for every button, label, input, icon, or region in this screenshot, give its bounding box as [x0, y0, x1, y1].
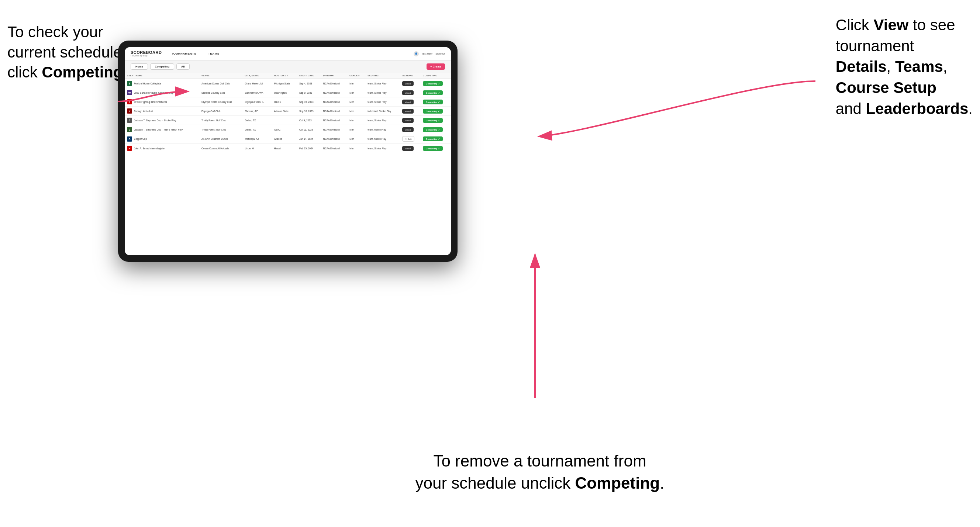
competing-badge[interactable]: Competing ✓ — [423, 81, 443, 86]
event-name-cell: Y Papago Individual — [125, 106, 199, 116]
division-cell: NCAA Division I — [321, 134, 348, 144]
nav-teams[interactable]: TEAMS — [206, 51, 222, 57]
scoring-cell: individual, Stroke Play — [365, 106, 400, 116]
col-scoring: SCORING — [365, 73, 400, 79]
col-city-state: CITY, STATE — [242, 73, 272, 79]
scoring-cell: team, Stroke Play — [365, 88, 400, 97]
competing-badge[interactable]: Competing ✓ — [423, 137, 443, 141]
col-gender: GENDER — [347, 73, 365, 79]
city-state-cell: Olympia Fields, IL — [242, 97, 272, 106]
sign-out-link[interactable]: Sign out — [435, 52, 445, 55]
gender-cell: Men — [347, 116, 365, 125]
gender-cell: Men — [347, 144, 365, 153]
tournaments-table-container: EVENT NAME VENUE CITY, STATE HOSTED BY S… — [125, 73, 451, 255]
actions-cell: View ℹ — [400, 97, 421, 106]
view-button[interactable]: View ℹ — [402, 81, 414, 86]
scoring-cell: team, Match Play — [365, 134, 400, 144]
col-hosted-by: HOSTED BY — [272, 73, 297, 79]
annotation-top-left: To check your current schedule, click Co… — [7, 22, 127, 83]
gender-cell: Men — [347, 88, 365, 97]
view-button[interactable]: View ℹ — [402, 109, 414, 114]
gender-cell: Men — [347, 97, 365, 106]
all-filter-btn[interactable]: All — [177, 63, 190, 70]
table-row: S Folds of Honor Collegiate American Dun… — [125, 79, 451, 88]
hosted-by-cell: Michigan State — [272, 79, 297, 88]
annotation-bottom: To remove a tournament from your schedul… — [415, 450, 665, 494]
competing-cell: Competing ✓ — [421, 106, 451, 116]
venue-cell: Ak-Chin Southern Dunes — [199, 134, 242, 144]
event-name: 2023 Sahalee Players Championship — [134, 92, 173, 94]
start-date-cell: Oct 11, 2023 — [297, 125, 321, 134]
competing-badge[interactable]: Competing ✓ — [423, 127, 443, 132]
col-start-date: START DATE — [297, 73, 321, 79]
city-state-cell: Sammamish, WA — [242, 88, 272, 97]
event-name-cell: J Jackson T. Stephens Cup – Stroke Play — [125, 116, 199, 125]
create-button[interactable]: + Create — [426, 63, 445, 70]
competing-cell: Competing ✓ — [421, 97, 451, 106]
hosted-by-cell: Hawaii — [272, 144, 297, 153]
edit-button[interactable]: ✏ Edit — [402, 136, 414, 141]
scoring-cell: team, Stroke Play — [365, 97, 400, 106]
event-name-cell: I OFCC Fighting Illini Invitational — [125, 97, 199, 106]
table-row: J Jackson T. Stephens Cup – Stroke Play … — [125, 116, 451, 125]
start-date-cell: Oct 9, 2023 — [297, 116, 321, 125]
competing-badge[interactable]: Competing ✓ — [423, 146, 443, 151]
competing-cell: Competing ✓ — [421, 134, 451, 144]
event-name: Jackson T. Stephens Cup – Stroke Play — [134, 119, 176, 122]
col-actions: ACTIONS — [400, 73, 421, 79]
start-date-cell: Sep 18, 2023 — [297, 106, 321, 116]
event-name: OFCC Fighting Illini Invitational — [134, 101, 167, 103]
home-filter-btn[interactable]: Home — [130, 63, 148, 70]
city-state-cell: Dallas, TX — [242, 125, 272, 134]
gender-cell: Men — [347, 79, 365, 88]
view-button[interactable]: View ℹ — [402, 146, 414, 151]
scoring-cell: team, Stroke Play — [365, 79, 400, 88]
division-cell: NCAA Division I — [321, 97, 348, 106]
hosted-by-cell: Arizona — [272, 134, 297, 144]
brand-title: SCOREBOARD — [130, 51, 162, 55]
navbar: SCOREBOARD Powered by clipp TOURNAMENTS … — [125, 47, 451, 60]
gender-cell: Men — [347, 134, 365, 144]
venue-cell: Ocean Course At Hokuala — [199, 144, 242, 153]
nav-tournaments[interactable]: TOURNAMENTS — [169, 51, 199, 57]
competing-badge[interactable]: Competing ✓ — [423, 100, 443, 104]
view-button[interactable]: View ℹ — [402, 90, 414, 95]
event-name: Folds of Honor Collegiate — [134, 82, 161, 85]
actions-cell: View ℹ — [400, 125, 421, 134]
event-name: Jackson T. Stephens Cup – Men's Match Pl… — [134, 129, 183, 131]
view-button[interactable]: View ℹ — [402, 118, 414, 123]
table-row: H John A. Burns Intercollegiate Ocean Co… — [125, 144, 451, 153]
city-state-cell: Grand Haven, MI — [242, 79, 272, 88]
event-name-cell: A Copper Cup — [125, 134, 199, 144]
competing-badge[interactable]: Competing ✓ — [423, 90, 443, 95]
table-row: Y Papago Individual Papago Golf ClubPhoe… — [125, 106, 451, 116]
view-button[interactable]: View ℹ — [402, 100, 414, 104]
scoring-cell: team, Stroke Play — [365, 144, 400, 153]
scoring-cell: team, Stroke Play — [365, 116, 400, 125]
city-state-cell: Phoenix, AZ — [242, 106, 272, 116]
competing-cell: Competing ✓ — [421, 79, 451, 88]
hosted-by-cell: Arizona State — [272, 106, 297, 116]
actions-cell: View ℹ — [400, 79, 421, 88]
start-date-cell: Sep 15, 2023 — [297, 97, 321, 106]
competing-badge[interactable]: Competing ✓ — [423, 109, 443, 114]
start-date-cell: Sep 4, 2023 — [297, 79, 321, 88]
tournaments-table: EVENT NAME VENUE CITY, STATE HOSTED BY S… — [125, 73, 451, 153]
start-date-cell: Sep 9, 2023 — [297, 88, 321, 97]
event-name: Papago Individual — [134, 110, 153, 113]
view-button[interactable]: View ℹ — [402, 127, 414, 132]
hosted-by-cell: Illinois — [272, 97, 297, 106]
competing-filter-btn[interactable]: Competing — [150, 63, 174, 70]
gender-cell: Men — [347, 125, 365, 134]
division-cell: NCAA Division I — [321, 144, 348, 153]
user-text: Test User — [422, 52, 433, 55]
competing-badge[interactable]: Competing ✓ — [423, 118, 443, 123]
venue-cell: Papago Golf Club — [199, 106, 242, 116]
competing-cell: Competing ✓ — [421, 125, 451, 134]
actions-cell: View ℹ — [400, 88, 421, 97]
venue-cell: Olympia Fields Country Club — [199, 97, 242, 106]
venue-cell: Trinity Forest Golf Club — [199, 125, 242, 134]
event-name: Copper Cup — [134, 138, 147, 140]
competing-cell: Competing ✓ — [421, 116, 451, 125]
competing-cell: Competing ✓ — [421, 144, 451, 153]
